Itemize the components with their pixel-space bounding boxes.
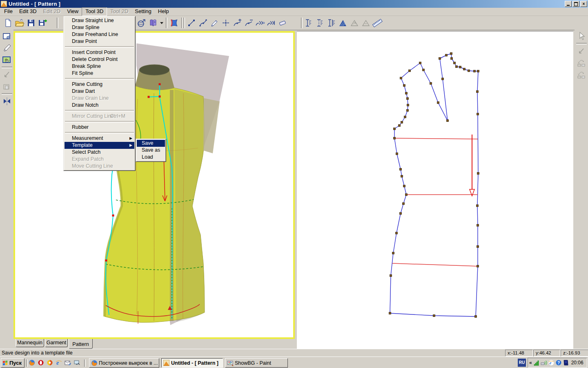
control-point-marker[interactable]	[477, 70, 479, 72]
tab-mannequin[interactable]: Mannequin	[16, 339, 44, 347]
measure-length-button[interactable]	[303, 18, 314, 28]
menu-item-draw-notch[interactable]: Draw Notch	[65, 102, 134, 109]
tab-garment[interactable]: Garment	[45, 339, 68, 347]
control-point-marker[interactable]	[475, 316, 477, 318]
start-button[interactable]: Пуск	[1, 358, 24, 368]
save-file-button[interactable]	[25, 18, 37, 28]
control-point-marker[interactable]	[404, 116, 406, 118]
draw-straight-line-button[interactable]	[186, 18, 197, 28]
control-point-marker[interactable]	[477, 224, 479, 227]
new-document-button[interactable]	[2, 18, 14, 28]
flip-x-button[interactable]: X	[576, 58, 587, 68]
control-point-marker[interactable]	[477, 246, 479, 248]
control-point-marker[interactable]	[407, 104, 409, 106]
control-point-marker[interactable]	[403, 203, 405, 205]
pick-patch-hand-button[interactable]	[1, 55, 13, 65]
control-point-marker[interactable]	[390, 275, 392, 277]
menu-view[interactable]: View	[64, 8, 82, 16]
control-point-marker[interactable]	[454, 62, 456, 64]
fit-spline-button[interactable]	[266, 18, 277, 28]
task-button[interactable]: Построение выкроек в ...	[89, 358, 159, 368]
close-button[interactable]: ×	[580, 1, 587, 7]
menu-item-rubber[interactable]: Rubber	[65, 124, 134, 131]
save-template-button[interactable]	[37, 18, 48, 28]
draw-spline-button[interactable]	[197, 18, 209, 28]
unfold-disabled-button[interactable]	[360, 18, 372, 28]
submenu-item-load[interactable]: Load	[137, 154, 165, 161]
control-point-marker[interactable]	[423, 69, 425, 71]
menu-item-insert-control-point[interactable]: Insert Control Point	[65, 49, 134, 56]
control-point-marker[interactable]	[477, 173, 479, 175]
select-cursor-button[interactable]	[576, 31, 587, 42]
tray-signal-bars[interactable]	[533, 359, 540, 366]
control-point-marker[interactable]	[392, 252, 394, 254]
control-point-marker[interactable]	[403, 85, 405, 87]
control-point-marker[interactable]	[407, 98, 409, 100]
menu-item-draw-point[interactable]: Draw Point	[65, 38, 134, 45]
control-point-marker[interactable]	[477, 113, 479, 115]
tray-notebook-tray[interactable]	[563, 359, 569, 366]
control-point-marker[interactable]	[400, 213, 402, 215]
tray-help-tray[interactable]: ?	[555, 359, 562, 366]
quicklaunch-opera[interactable]	[38, 359, 45, 366]
control-point-marker[interactable]	[409, 70, 411, 72]
menu-item-draw-spline[interactable]: Draw Spline	[65, 24, 134, 31]
control-point-marker[interactable]	[437, 102, 439, 104]
submenu-item-save[interactable]: Save	[137, 140, 165, 147]
menu-item-break-spline[interactable]: Break Spline	[65, 63, 134, 70]
measure-dashed-button[interactable]	[314, 18, 326, 28]
control-point-marker[interactable]	[463, 68, 466, 70]
control-point-marker[interactable]	[451, 58, 453, 60]
xyz-axes-button[interactable]	[168, 18, 180, 28]
insert-control-point-button[interactable]	[232, 18, 243, 28]
control-point-marker[interactable]	[394, 128, 396, 130]
tray-expand-chevron[interactable]: «	[529, 360, 532, 366]
menu-item-move-cutting-line[interactable]: Move Cutting Line	[65, 163, 134, 170]
control-point-marker[interactable]	[474, 70, 476, 72]
pan-arrow-button[interactable]	[576, 46, 587, 56]
menu-item-fit-spline[interactable]: Fit Spline	[65, 70, 134, 77]
control-point-marker[interactable]	[400, 168, 402, 171]
draw-dart-tool-button[interactable]	[337, 18, 349, 28]
patch-box-button[interactable]	[1, 81, 13, 92]
control-point-marker[interactable]	[442, 78, 444, 80]
cutting-knife-button[interactable]	[1, 43, 13, 54]
ruler-button[interactable]	[372, 18, 383, 28]
control-point-marker[interactable]	[399, 125, 401, 127]
language-indicator[interactable]: RU	[518, 359, 526, 367]
control-point-marker[interactable]	[396, 153, 398, 155]
menu-edit-3d[interactable]: Edit 3D	[16, 8, 40, 16]
flip-y-button[interactable]: Y	[576, 70, 587, 80]
menu-tool-2d[interactable]: Tool 2D	[107, 8, 131, 16]
minimize-button[interactable]	[565, 1, 572, 7]
menu-item-mirror-cutting-line[interactable]: Mirror Cutting LineCtrl+M	[65, 113, 134, 120]
control-point-marker[interactable]	[407, 110, 409, 112]
mirror-join-button[interactable]	[1, 96, 13, 107]
control-point-marker[interactable]	[405, 92, 408, 94]
tray-clock[interactable]: 20:06	[571, 360, 584, 366]
pattern-book-button[interactable]: 3	[147, 18, 159, 28]
control-point-marker[interactable]	[396, 232, 398, 234]
select-patch-page-button[interactable]	[1, 31, 13, 42]
control-point-marker[interactable]	[400, 77, 402, 79]
control-point-marker[interactable]	[405, 194, 408, 196]
control-point-marker[interactable]	[419, 62, 421, 64]
menu-setting[interactable]: Setting	[131, 8, 154, 16]
menu-item-draw-dart[interactable]: Draw Dart	[65, 88, 134, 95]
rubber-eraser-button[interactable]	[277, 18, 289, 28]
task-button[interactable]: Untitled - [ Pattern ]	[161, 358, 223, 368]
menu-item-draw-freehand-line[interactable]: Draw Freehand Line	[65, 31, 134, 38]
menu-tool-3d[interactable]: Tool 3D	[82, 7, 107, 16]
control-point-marker[interactable]	[439, 58, 441, 60]
menu-item-template[interactable]: Template▶	[65, 142, 134, 149]
control-point-marker[interactable]	[477, 91, 479, 93]
3d-view-panel[interactable]	[13, 31, 295, 339]
tab-pattern[interactable]: Pattern	[69, 339, 93, 349]
flatten-disabled-button[interactable]	[349, 18, 360, 28]
menu-item-draw-grain-line[interactable]: Draw Grain Line	[65, 95, 134, 102]
delete-control-point-button[interactable]	[243, 18, 254, 28]
control-point-marker[interactable]	[389, 312, 391, 314]
menu-item-measurement[interactable]: Measurement▶	[65, 135, 134, 142]
break-spline-button[interactable]	[254, 18, 266, 28]
2d-pattern-panel[interactable]	[297, 31, 573, 349]
